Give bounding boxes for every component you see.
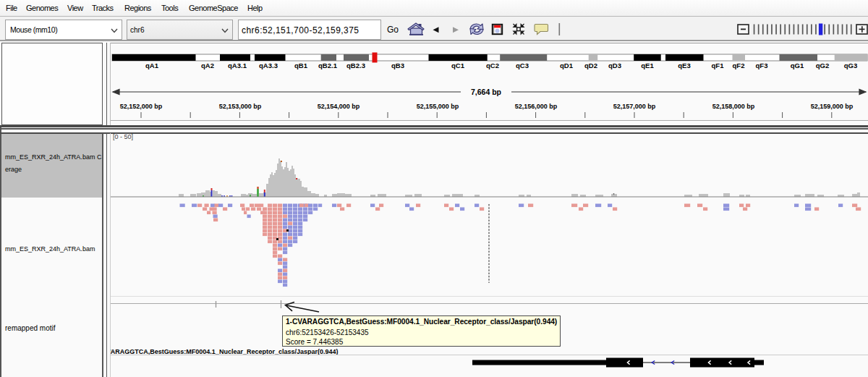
svg-text:[0 - 50]: [0 - 50]	[113, 133, 133, 140]
svg-text:1-CVARAGGTCA,BestGuess:MF0004.: 1-CVARAGGTCA,BestGuess:MF0004.1_Nuclear_…	[96, 348, 338, 355]
